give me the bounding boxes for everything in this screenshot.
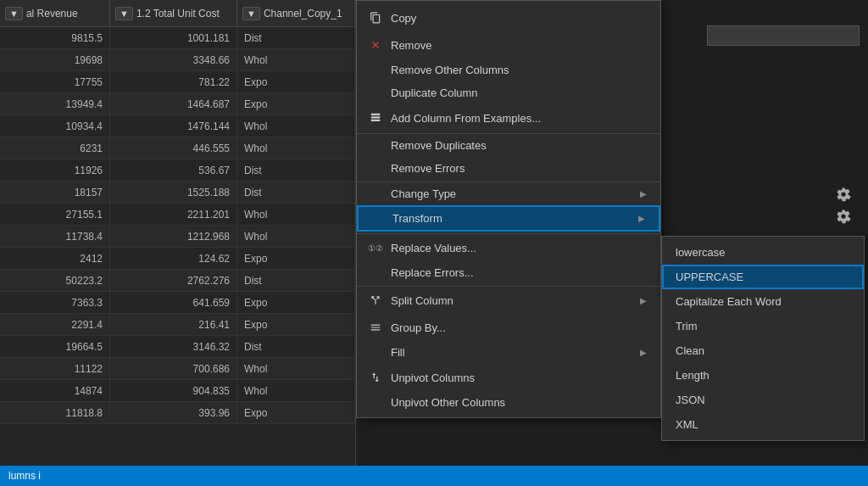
submenu-item-length[interactable]: Length	[662, 363, 864, 388]
cell-channel: Expo	[237, 314, 355, 335]
cell-unit-cost: 3348.66	[110, 49, 237, 70]
cell-revenue: 11122	[0, 358, 110, 379]
submenu-item-clean[interactable]: Clean	[662, 338, 864, 363]
group-icon	[367, 319, 384, 336]
col-header-channel[interactable]: ▼ Channel_Copy_1	[237, 0, 355, 26]
table-row[interactable]: 2291.4 216.41 Expo	[0, 314, 355, 336]
menu-item-remove[interactable]: Remove	[357, 31, 660, 59]
unit-cost-dropdown[interactable]: ▼	[115, 7, 133, 20]
submenu-arrow: ▶	[640, 348, 647, 357]
table-row[interactable]: 19698 3348.66 Whol	[0, 49, 355, 71]
menu-item-unpivot-columns[interactable]: Unpivot Columns	[357, 364, 660, 391]
cell-channel: Dist	[237, 159, 355, 181]
menu-item-copy[interactable]: Copy	[357, 4, 660, 31]
table-row[interactable]: 11818.8 393.96 Expo	[0, 402, 355, 424]
submenu-item-lowercase[interactable]: lowercase	[662, 240, 864, 265]
table-row[interactable]: 2412 124.62 Expo	[0, 248, 355, 270]
cell-revenue: 7363.3	[0, 292, 110, 313]
cell-unit-cost: 1464.687	[110, 93, 237, 115]
menu-item-transform[interactable]: Transform▶	[357, 205, 660, 232]
submenu-item-uppercase[interactable]: UPPERCASE	[662, 265, 864, 289]
submenu-item-xml[interactable]: XML	[662, 412, 864, 437]
channel-dropdown[interactable]: ▼	[242, 7, 260, 20]
cell-channel: Expo	[237, 71, 355, 92]
cell-unit-cost: 1476.144	[110, 115, 237, 137]
submenu-label-capitalize: Capitalize Each Word	[676, 295, 782, 308]
table-row[interactable]: 7363.3 641.659 Expo	[0, 292, 355, 314]
cell-revenue: 17755	[0, 71, 110, 92]
cell-unit-cost: 641.659	[110, 292, 237, 313]
gear-icon-2[interactable]	[836, 209, 851, 224]
table-row[interactable]: 27155.1 2211.201 Whol	[0, 204, 355, 226]
cell-unit-cost: 393.96	[110, 402, 237, 423]
table-row[interactable]: 10934.4 1476.144 Whol	[0, 115, 355, 137]
cell-revenue: 10934.4	[0, 115, 110, 137]
gear-icon-1[interactable]	[836, 187, 851, 202]
col-header-unit-cost[interactable]: ▼ 1.2 Total Unit Cost	[110, 0, 237, 26]
menu-item-duplicate-col[interactable]: Duplicate Column	[357, 81, 660, 104]
cell-unit-cost: 3146.32	[110, 336, 237, 357]
menu-label-replace-values: Replace Values...	[391, 242, 647, 254]
table-row[interactable]: 17755 781.22 Expo	[0, 71, 355, 93]
menu-item-remove-errors[interactable]: Remove Errors	[357, 157, 660, 180]
cell-revenue: 18157	[0, 182, 110, 203]
table-row[interactable]: 9815.5 1001.181 Dist	[0, 27, 355, 49]
table-row[interactable]: 11926 536.67 Dist	[0, 159, 355, 182]
col-header-revenue[interactable]: ▼ al Revenue	[0, 0, 110, 26]
cell-unit-cost: 904.835	[110, 380, 237, 401]
menu-item-unpivot-other-columns[interactable]: Unpivot Other Columns	[357, 391, 660, 414]
table-row[interactable]: 11738.4 1212.968 Whol	[0, 226, 355, 248]
submenu-arrow: ▶	[638, 214, 645, 223]
cell-unit-cost: 2211.201	[110, 204, 237, 225]
table-row[interactable]: 14874 904.835 Whol	[0, 380, 355, 402]
submenu-label-length: Length	[676, 369, 709, 382]
menu-item-change-type[interactable]: Change Type▶	[357, 182, 660, 205]
cell-unit-cost: 536.67	[110, 159, 237, 181]
cell-channel: Expo	[237, 292, 355, 313]
cell-revenue: 19664.5	[0, 336, 110, 357]
cell-revenue: 50223.2	[0, 270, 110, 291]
search-input[interactable]	[707, 25, 860, 46]
menu-label-transform: Transform	[392, 212, 638, 225]
menu-label-add-col-examples: Add Column From Examples...	[391, 112, 647, 125]
menu-item-remove-other-cols[interactable]: Remove Other Columns	[357, 59, 660, 81]
unpivot-icon	[367, 369, 384, 386]
cell-channel: Dist	[237, 270, 355, 291]
cell-channel: Whol	[237, 137, 355, 159]
status-bar: lumns i	[0, 466, 868, 486]
table-row[interactable]: 13949.4 1464.687 Expo	[0, 93, 355, 115]
context-menu: CopyRemoveRemove Other ColumnsDuplicate …	[356, 0, 661, 418]
menu-item-replace-errors[interactable]: Replace Errors...	[357, 261, 660, 284]
menu-item-group-by[interactable]: Group By...	[357, 314, 660, 341]
revenue-label: al Revenue	[26, 8, 78, 20]
submenu-item-capitalize[interactable]: Capitalize Each Word	[662, 289, 864, 314]
table-row[interactable]: 6231 446.555 Whol	[0, 137, 355, 159]
cell-revenue: 11926	[0, 159, 110, 181]
menu-item-fill[interactable]: Fill▶	[357, 341, 660, 364]
menu-label-remove-duplicates: Remove Duplicates	[391, 139, 647, 152]
table-header: ▼ al Revenue ▼ 1.2 Total Unit Cost ▼ Cha…	[0, 0, 355, 27]
menu-item-split-column[interactable]: Split Column▶	[357, 286, 660, 314]
menu-item-remove-duplicates[interactable]: Remove Duplicates	[357, 133, 660, 157]
submenu-item-trim[interactable]: Trim	[662, 314, 864, 338]
menu-item-add-col-examples[interactable]: Add Column From Examples...	[357, 104, 660, 131]
table-row[interactable]: 11122 700.686 Whol	[0, 358, 355, 380]
table-row[interactable]: 50223.2 2762.276 Dist	[0, 270, 355, 292]
table-row[interactable]: 18157 1525.188 Dist	[0, 182, 355, 204]
submenu-label-trim: Trim	[676, 320, 698, 332]
cell-revenue: 11818.8	[0, 402, 110, 423]
table-row[interactable]: 19664.5 3146.32 Dist	[0, 336, 355, 358]
cell-revenue: 11738.4	[0, 226, 110, 247]
cell-channel: Expo	[237, 248, 355, 269]
cell-channel: Expo	[237, 93, 355, 115]
add-col-icon	[367, 109, 384, 126]
cell-revenue: 13949.4	[0, 93, 110, 115]
submenu-label-lowercase: lowercase	[676, 246, 726, 259]
cell-revenue: 14874	[0, 380, 110, 401]
cell-unit-cost: 1212.968	[110, 226, 237, 247]
menu-label-fill: Fill	[391, 346, 640, 359]
submenu-item-json[interactable]: JSON	[662, 388, 864, 412]
menu-item-replace-values[interactable]: ①②Replace Values...	[357, 233, 660, 261]
cell-channel: Whol	[237, 49, 355, 70]
revenue-dropdown[interactable]: ▼	[5, 7, 23, 20]
